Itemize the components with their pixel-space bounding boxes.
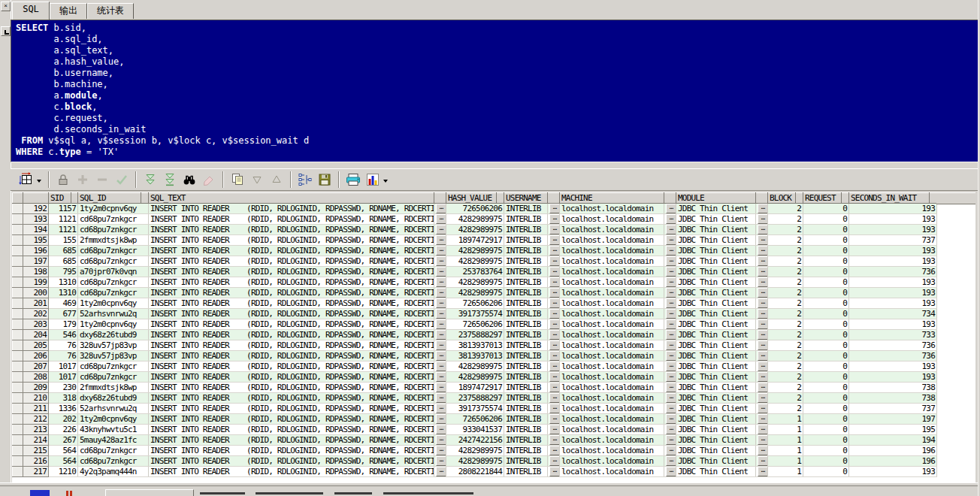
cell-module[interactable]: JDBC Thin Client: [676, 319, 756, 330]
cell-expand-button[interactable]: …: [666, 225, 676, 234]
cell-expand-button[interactable]: …: [436, 467, 446, 476]
row-indicator[interactable]: [13, 288, 23, 298]
row-indicator[interactable]: [13, 383, 23, 393]
cell-expand-button[interactable]: …: [549, 267, 560, 277]
cell-sid[interactable]: 546: [49, 330, 78, 340]
cell-block[interactable]: 2: [768, 330, 803, 340]
cell-username[interactable]: INTERLIB: [504, 309, 548, 319]
column-header-seconds_in_wait[interactable]: SECONDS_IN_WAIT: [849, 193, 930, 204]
cell-hash_value[interactable]: 2375888297: [446, 393, 504, 404]
cell-username[interactable]: INTERLIB: [504, 246, 548, 256]
cell-expand-button[interactable]: …: [666, 404, 676, 413]
cell-hash_value[interactable]: 1897472917: [446, 383, 504, 393]
cell-module[interactable]: JDBC Thin Client: [676, 298, 756, 309]
cell-machine[interactable]: localhost.localdomain: [560, 214, 664, 225]
cell-sid[interactable]: 677: [49, 309, 78, 319]
cell-hash_value[interactable]: 4282989975: [446, 288, 504, 298]
cell-hash_value[interactable]: 933041537: [446, 425, 504, 435]
cell-sid[interactable]: 1310: [49, 277, 78, 288]
cell-machine[interactable]: localhost.localdomain: [560, 383, 664, 393]
row-number[interactable]: 201: [23, 298, 49, 309]
cell-sid[interactable]: 685: [49, 256, 78, 267]
cell-sql_id[interactable]: 4y2q3pamq444n: [78, 467, 149, 477]
cell-seconds_in_wait[interactable]: 193: [849, 288, 937, 298]
cell-request[interactable]: 0: [803, 319, 849, 330]
grid-options-dropdown-icon[interactable]: [37, 180, 41, 185]
cell-expand-button[interactable]: …: [758, 309, 768, 319]
cell-username[interactable]: INTERLIB: [504, 256, 548, 267]
cell-expand-button[interactable]: …: [666, 204, 676, 213]
cell-seconds_in_wait[interactable]: 194: [849, 435, 937, 446]
cell-sql_id[interactable]: cd68pu7znkgcr: [78, 214, 149, 225]
cell-sid[interactable]: 76: [49, 351, 78, 361]
cell-expand-button[interactable]: …: [666, 446, 676, 455]
cell-module[interactable]: JDBC Thin Client: [676, 267, 756, 277]
post-record-button[interactable]: [112, 171, 132, 189]
cell-username[interactable]: INTERLIB: [504, 467, 548, 477]
cell-block[interactable]: 1: [768, 435, 803, 446]
cell-block[interactable]: 1: [768, 425, 803, 435]
cell-module[interactable]: JDBC Thin Client: [676, 204, 756, 214]
cell-expand-button[interactable]: …: [436, 267, 446, 277]
cell-module[interactable]: JDBC Thin Client: [676, 435, 756, 446]
row-indicator[interactable]: [13, 256, 23, 267]
cell-seconds_in_wait[interactable]: 193: [849, 298, 937, 309]
cell-username[interactable]: INTERLIB: [504, 235, 548, 246]
row-number[interactable]: 203: [23, 319, 49, 330]
cell-username[interactable]: INTERLIB: [504, 330, 548, 340]
cell-expand-button[interactable]: …: [758, 393, 768, 403]
cell-module[interactable]: JDBC Thin Client: [676, 383, 756, 393]
cell-expand-button[interactable]: …: [549, 361, 560, 371]
cell-expand-button[interactable]: …: [758, 204, 768, 213]
cell-expand-button[interactable]: …: [758, 246, 768, 256]
column-header-module-sub[interactable]: [756, 193, 768, 204]
cell-block[interactable]: 2: [768, 309, 803, 319]
cell-sql_text[interactable]: INSERT INTO READER (RDID, RDLOGINID, RDP…: [149, 319, 434, 330]
cell-request[interactable]: 0: [803, 256, 849, 267]
cell-hash_value[interactable]: 3813937013: [446, 351, 504, 361]
cell-sid[interactable]: 1336: [49, 404, 78, 414]
cell-sql_id[interactable]: 52arhsvnrwu2q: [78, 404, 149, 414]
cell-block[interactable]: 2: [768, 351, 803, 361]
find-button[interactable]: [180, 171, 199, 189]
row-indicator[interactable]: [13, 309, 23, 319]
cell-username[interactable]: INTERLIB: [504, 298, 548, 309]
cell-sid[interactable]: 202: [49, 414, 78, 425]
cell-username[interactable]: INTERLIB: [504, 214, 548, 225]
cell-expand-button[interactable]: …: [436, 309, 446, 319]
cell-seconds_in_wait[interactable]: 193: [849, 246, 937, 256]
cell-seconds_in_wait[interactable]: 193: [849, 214, 937, 225]
cell-expand-button[interactable]: …: [549, 393, 560, 403]
copy-records-button[interactable]: [228, 171, 247, 189]
cell-machine[interactable]: localhost.localdomain: [560, 298, 664, 309]
cell-sql_id[interactable]: cd68pu7znkgcr: [78, 361, 149, 372]
cell-machine[interactable]: localhost.localdomain: [560, 340, 664, 351]
cell-module[interactable]: JDBC Thin Client: [676, 214, 756, 225]
cell-seconds_in_wait[interactable]: 193: [849, 225, 937, 235]
cell-module[interactable]: JDBC Thin Client: [676, 446, 756, 456]
cell-username[interactable]: INTERLIB: [504, 340, 548, 351]
cell-module[interactable]: JDBC Thin Client: [676, 372, 756, 383]
column-header-block-sub[interactable]: [796, 193, 803, 204]
cell-expand-button[interactable]: …: [549, 351, 560, 361]
cell-sid[interactable]: 226: [49, 425, 78, 435]
row-number[interactable]: 198: [23, 267, 49, 277]
cell-hash_value[interactable]: 3813937013: [446, 340, 504, 351]
cell-seconds_in_wait[interactable]: 734: [849, 309, 937, 319]
cell-expand-button[interactable]: …: [666, 214, 676, 224]
cell-expand-button[interactable]: …: [758, 414, 768, 424]
cell-sql_id[interactable]: dxy68z26tubd9: [78, 393, 149, 404]
tab-output[interactable]: 输出: [50, 3, 87, 19]
row-indicator[interactable]: [13, 425, 23, 435]
cell-expand-button[interactable]: …: [666, 393, 676, 403]
cell-sql_id[interactable]: 328uv57jp83vp: [78, 340, 149, 351]
cell-seconds_in_wait[interactable]: 736: [849, 267, 937, 277]
row-indicator[interactable]: [13, 446, 23, 456]
cell-expand-button[interactable]: …: [666, 267, 676, 277]
cell-expand-button[interactable]: …: [666, 256, 676, 266]
row-number[interactable]: 215: [23, 446, 49, 456]
cell-request[interactable]: 0: [803, 361, 849, 372]
cell-seconds_in_wait[interactable]: 193: [849, 319, 937, 330]
row-indicator[interactable]: [13, 351, 23, 361]
cell-sql_text[interactable]: INSERT INTO READER (RDID, RDLOGINID, RDP…: [149, 404, 434, 414]
